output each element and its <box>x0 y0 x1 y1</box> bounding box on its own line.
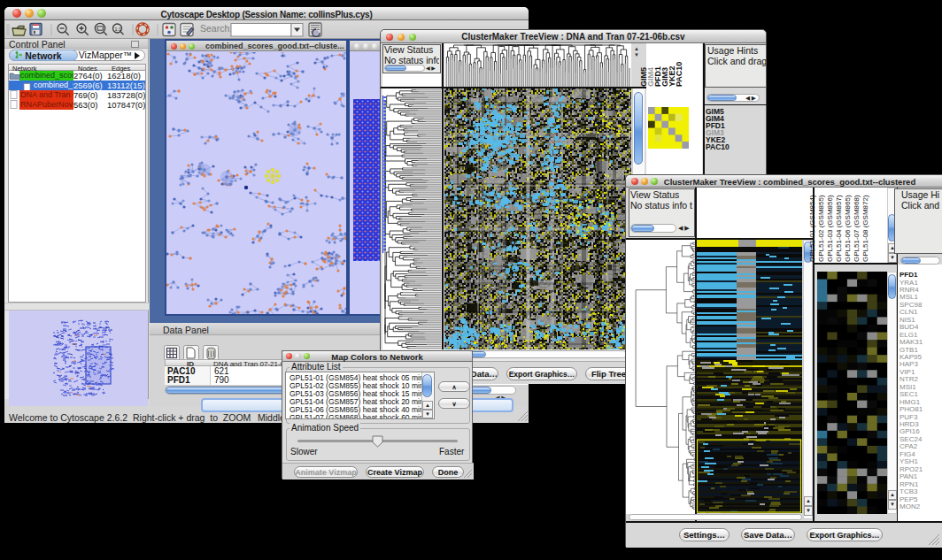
svg-text:1:1: 1:1 <box>115 27 122 32</box>
svg-text:Search:: Search: <box>200 23 232 34</box>
